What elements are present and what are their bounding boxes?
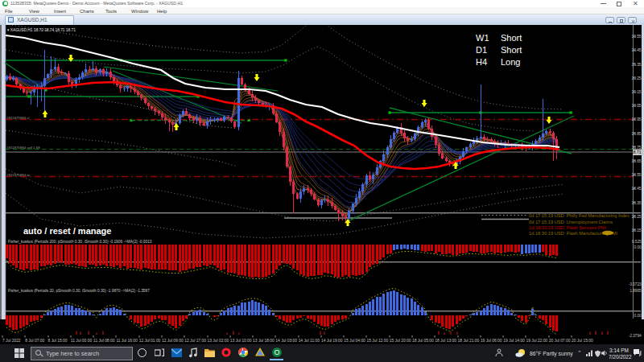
svg-text:Short: Short (501, 33, 522, 43)
svg-text:18 Jul 13:00: 18 Jul 13:00 (435, 339, 456, 343)
svg-text:18.75: 18.75 (631, 146, 641, 150)
svg-text:Fisher_kuskus (Periods 20, pS: Fisher_kuskus (Periods 20, pSmooth 0.30,… (8, 289, 150, 293)
svg-text:1d 18:30:19 USD: Flash Servi: 1d 18:30:19 USD: Flash Services PMI (529, 225, 606, 230)
svg-text:11 Jul 16:00: 11 Jul 16:00 (116, 339, 138, 343)
svg-text:18.15: 18.15 (631, 228, 641, 232)
svg-text:18 Jul 21:00: 18 Jul 21:00 (458, 339, 480, 343)
svg-text:0d 17:15:19 USD: Unemploymen: 0d 17:15:19 USD: Unemployment Claims (529, 220, 613, 224)
svg-text:18.35: 18.35 (631, 201, 641, 205)
svg-text:#911875984 sell 1.68: #911875984 sell 1.68 (6, 146, 40, 150)
svg-text:12 Jul 01:00: 12 Jul 01:00 (139, 339, 161, 343)
svg-text:H4: H4 (476, 57, 487, 67)
svg-text:14 Jul 11:00: 14 Jul 11:00 (299, 339, 320, 343)
svg-text:0.00: 0.00 (634, 245, 642, 249)
svg-text:19 Jul 22:00: 19 Jul 22:00 (526, 339, 547, 343)
svg-text:18.55: 18.55 (631, 173, 641, 177)
svg-text:19.55: 19.55 (631, 35, 641, 39)
svg-text:11 Jul 00:00: 11 Jul 00:00 (71, 339, 93, 343)
svg-text:19.35: 19.35 (631, 63, 641, 67)
svg-text:W1: W1 (476, 33, 489, 43)
svg-text:18.85: 18.85 (631, 132, 641, 136)
svg-text:19 Jul 14:00: 19 Jul 14:00 (503, 339, 525, 343)
svg-text:11 Jul 08:00: 11 Jul 08:00 (93, 339, 115, 343)
svg-text:#911875984 tp: #911875984 tp (6, 173, 31, 177)
svg-text:0d 17:15:19 USD: Philly Fed: 0d 17:15:19 USD: Philly Fed Manufacturin… (529, 213, 630, 218)
svg-text:-3.0723: -3.0723 (629, 282, 642, 286)
svg-text:8 Jul 15:00: 8 Jul 15:00 (48, 339, 68, 343)
svg-text:8 Jul 07:00: 8 Jul 07:00 (25, 339, 44, 343)
svg-text:18.65: 18.65 (631, 159, 641, 163)
svg-text:14 Jul 03:00: 14 Jul 03:00 (275, 339, 297, 343)
svg-text:19 Jul 06:00: 19 Jul 06:00 (481, 339, 502, 343)
svg-text:15 Jul 12:00: 15 Jul 12:00 (366, 339, 388, 343)
svg-text:auto / reset / manage: auto / reset / manage (23, 226, 111, 236)
svg-text:20 Jul 07:00: 20 Jul 07:00 (549, 339, 571, 343)
svg-text:7 Jul 2022: 7 Jul 2022 (2, 339, 21, 343)
svg-text:Fisher_kuskus (Periods 200, p: Fisher_kuskus (Periods 200, pSmooth 0.30… (8, 240, 152, 244)
svg-text:Long: Long (501, 57, 520, 67)
svg-text:13 Jul 10:00: 13 Jul 10:00 (230, 339, 252, 343)
svg-text:0.525: 0.525 (632, 240, 642, 244)
svg-text:#911875984 sl: #911875984 sl (6, 116, 30, 120)
svg-text:▾ XAGUSD,H1 18.72 18.74 18.71: ▾ XAGUSD,H1 18.72 18.74 18.71 18.71 (7, 28, 76, 32)
svg-text:O: O (274, 348, 279, 356)
svg-text:18.71: 18.71 (631, 150, 642, 154)
svg-text:12 Jul 17:00: 12 Jul 17:00 (184, 339, 206, 343)
svg-text:13 Jul 18:00: 13 Jul 18:00 (253, 339, 275, 343)
svg-text:19.15: 19.15 (631, 90, 641, 94)
svg-text:20 Jul 15:00: 20 Jul 15:00 (572, 339, 593, 343)
svg-text:18.25: 18.25 (631, 215, 641, 219)
svg-text:15 Jul 04:00: 15 Jul 04:00 (344, 339, 365, 343)
svg-text:D1: D1 (476, 45, 487, 55)
svg-text:19.05: 19.05 (631, 104, 641, 108)
svg-text:Short: Short (501, 45, 522, 55)
svg-text:18.95: 18.95 (631, 117, 641, 121)
svg-text:19.45: 19.45 (631, 48, 641, 52)
svg-text:12 Jul 09:00: 12 Jul 09:00 (162, 339, 184, 343)
svg-text:1.8965: 1.8965 (630, 289, 641, 293)
svg-text:18 Jul 05:00: 18 Jul 05:00 (412, 339, 434, 343)
svg-text:-2.3794: -2.3794 (629, 334, 642, 338)
svg-text:19.25: 19.25 (631, 76, 641, 80)
svg-text:13 Jul 02:00: 13 Jul 02:00 (208, 339, 229, 343)
svg-text:0.00: 0.00 (634, 314, 642, 318)
svg-text:14 Jul 19:00: 14 Jul 19:00 (321, 339, 343, 343)
svg-text:15 Jul 20:00: 15 Jul 20:00 (390, 339, 411, 343)
svg-text:18.45: 18.45 (631, 187, 641, 191)
